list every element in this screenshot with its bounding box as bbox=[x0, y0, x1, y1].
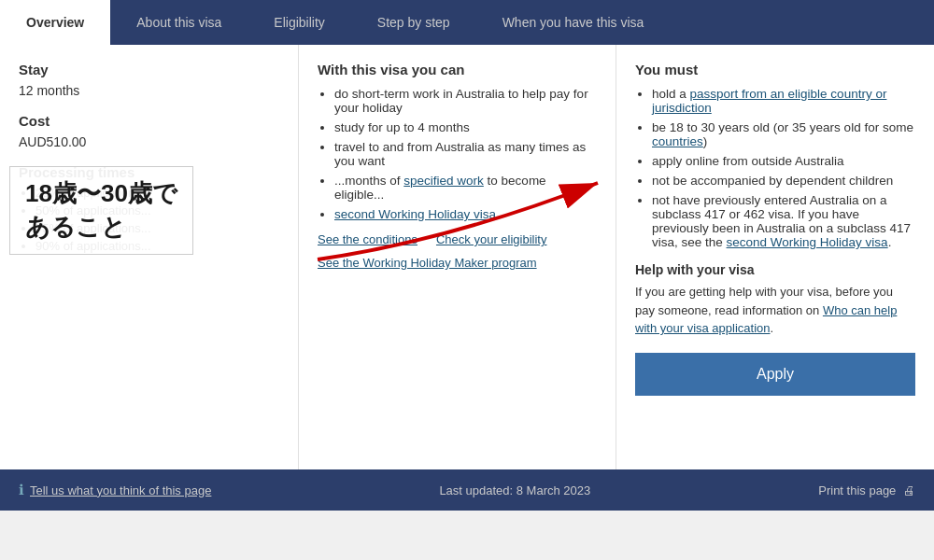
printer-icon: 🖨 bbox=[903, 483, 915, 497]
main-wrapper: Stay 12 months Cost AUD510.00 Processing… bbox=[0, 45, 934, 469]
list-item: ...months of specified work to become el… bbox=[334, 174, 597, 202]
middle-column: With this visa you can do short-term wor… bbox=[299, 45, 616, 469]
left-column: Stay 12 months Cost AUD510.00 Processing… bbox=[0, 45, 299, 469]
list-item-age: be 18 to 30 years old (or 35 years old f… bbox=[652, 120, 915, 148]
tab-overview[interactable]: Overview bbox=[0, 0, 110, 45]
list-item-children: not be accompanied by dependent children bbox=[652, 174, 915, 188]
help-text: If you are getting help with your visa, … bbox=[635, 283, 915, 338]
specified-work-link[interactable]: specified work bbox=[403, 174, 484, 188]
list-item: second Working Holiday visa bbox=[334, 207, 597, 221]
tab-about[interactable]: About this visa bbox=[110, 0, 248, 45]
footer-updated: Last updated: 8 March 2023 bbox=[439, 483, 590, 497]
links-row: See the conditions Check your eligibilit… bbox=[318, 232, 597, 246]
middle-list: do short-term work in Australia to help … bbox=[318, 87, 597, 221]
list-item: 50% of applications... bbox=[35, 203, 279, 217]
tab-when-you-have[interactable]: When you have this visa bbox=[476, 0, 671, 45]
list-item: 75% of applications... bbox=[35, 221, 279, 235]
list-item-online: apply online from outside Australia bbox=[652, 154, 915, 168]
you-must-title: You must bbox=[635, 62, 915, 77]
stay-label: Stay bbox=[19, 62, 279, 77]
you-must-list: hold a passport from an eligible country… bbox=[635, 87, 915, 249]
content-area: Stay 12 months Cost AUD510.00 Processing… bbox=[0, 45, 934, 469]
list-item: study for up to 4 months bbox=[334, 120, 597, 134]
who-can-help-link[interactable]: Who can help with your visa application bbox=[635, 303, 897, 336]
footer-feedback: Tell us what you think of this page bbox=[19, 482, 211, 498]
list-item: 90% of applications... bbox=[35, 239, 279, 253]
check-eligibility-link[interactable]: Check your eligibility bbox=[436, 232, 547, 246]
see-program-link[interactable]: See the Working Holiday Maker program bbox=[318, 256, 537, 270]
second-holiday-link-right[interactable]: second Working Holiday visa bbox=[727, 235, 888, 249]
apply-button[interactable]: Apply bbox=[635, 353, 915, 396]
list-item-previous: not have previously entered Australia on… bbox=[652, 193, 915, 249]
processing-label: Processing times bbox=[19, 164, 279, 180]
help-title: Help with your visa bbox=[635, 262, 915, 277]
list-item: travel to and from Australia as many tim… bbox=[334, 140, 597, 168]
middle-title: With this visa you can bbox=[318, 62, 597, 77]
see-program-link-wrapper: See the Working Holiday Maker program bbox=[318, 256, 597, 270]
stay-value: 12 months bbox=[19, 83, 279, 98]
countries-link[interactable]: countries bbox=[652, 134, 703, 148]
processing-list: 25% of applications... 50% of applicatio… bbox=[19, 186, 279, 253]
second-holiday-link[interactable]: second Working Holiday visa bbox=[334, 207, 496, 221]
conditions-link[interactable]: See the conditions bbox=[318, 232, 417, 246]
tab-eligibility[interactable]: Eligibility bbox=[248, 0, 350, 45]
footer-print[interactable]: Print this page 🖨 bbox=[818, 483, 915, 497]
right-column: You must hold a passport from an eligibl… bbox=[616, 45, 934, 469]
apply-area: Apply bbox=[635, 353, 915, 396]
page-footer: Tell us what you think of this page Last… bbox=[0, 469, 934, 511]
feedback-link[interactable]: Tell us what you think of this page bbox=[30, 483, 211, 497]
cost-value: AUD510.00 bbox=[19, 134, 279, 149]
list-item: do short-term work in Australia to help … bbox=[334, 87, 597, 115]
passport-eligible-link[interactable]: passport from an eligible country or jur… bbox=[652, 87, 886, 115]
tab-step-by-step[interactable]: Step by step bbox=[351, 0, 476, 45]
main-nav: Overview About this visa Eligibility Ste… bbox=[0, 0, 934, 45]
list-item-passport: hold a passport from an eligible country… bbox=[652, 87, 915, 115]
list-item: 25% of applications... bbox=[35, 186, 279, 200]
cost-label: Cost bbox=[19, 113, 279, 129]
